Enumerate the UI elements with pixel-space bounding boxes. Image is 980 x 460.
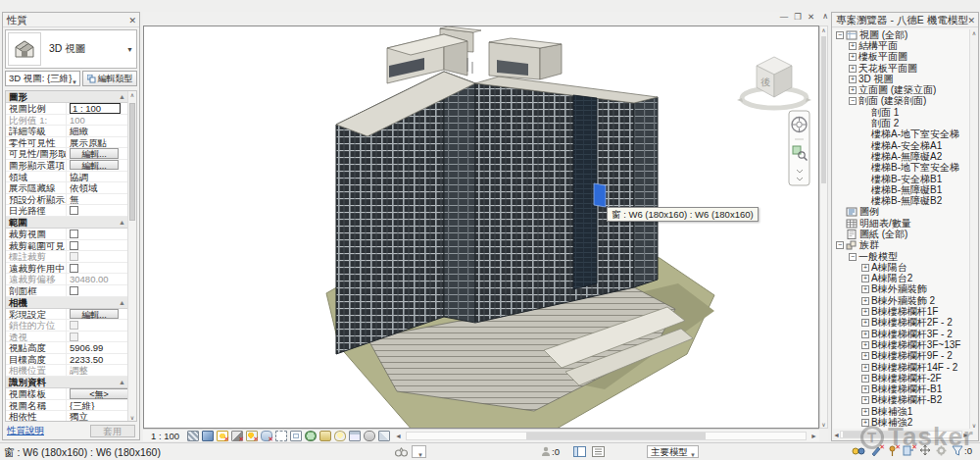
tree-item[interactable]: +B棟補強2 bbox=[833, 417, 969, 428]
checkbox[interactable] bbox=[70, 286, 78, 295]
collapse-icon[interactable]: − bbox=[849, 253, 857, 261]
property-value[interactable]: 5906.99 bbox=[67, 342, 136, 353]
checkbox[interactable] bbox=[70, 241, 78, 250]
edit-type-button[interactable]: 編輯類型 bbox=[82, 71, 137, 86]
scroll-right-icon[interactable]: ► bbox=[962, 432, 969, 438]
tree-item[interactable]: +天花板平面圖 bbox=[833, 63, 969, 74]
tree-item[interactable]: −剖面 (建築剖面) bbox=[833, 96, 969, 107]
property-value[interactable] bbox=[67, 251, 136, 262]
property-value[interactable] bbox=[67, 263, 136, 274]
selected-window[interactable] bbox=[594, 183, 606, 207]
expand-icon[interactable]: + bbox=[861, 419, 869, 427]
expand-icon[interactable]: + bbox=[861, 264, 869, 272]
section-header[interactable]: 圖形▲ bbox=[6, 91, 136, 103]
browser-toggle-icon[interactable] bbox=[592, 446, 605, 459]
drag-elements-icon[interactable] bbox=[919, 444, 931, 456]
displacement-icon[interactable] bbox=[378, 431, 390, 441]
property-value[interactable]: 依領域 bbox=[67, 182, 136, 193]
checkbox[interactable] bbox=[70, 230, 78, 238]
expand-icon[interactable]: + bbox=[861, 352, 869, 360]
property-value[interactable]: 調整 bbox=[67, 365, 136, 376]
editing-requests[interactable]: :0 bbox=[541, 446, 560, 457]
property-value[interactable]: 無 bbox=[67, 194, 136, 205]
reveal-hidden-icon[interactable] bbox=[334, 431, 346, 441]
shadows-icon[interactable]: ✕ bbox=[231, 431, 243, 441]
expand-icon[interactable]: + bbox=[849, 76, 857, 83]
edit-button[interactable]: 編輯... bbox=[70, 148, 119, 159]
expand-icon[interactable]: + bbox=[861, 385, 869, 393]
rendering-icon[interactable]: ✕ bbox=[261, 431, 272, 441]
properties-toggle-icon[interactable] bbox=[573, 446, 586, 459]
browser-horizontal-scrollbar[interactable]: ◄ ► bbox=[833, 430, 969, 439]
view-scale-button[interactable]: 1 : 100 bbox=[151, 431, 179, 441]
worksharing-display-icon[interactable] bbox=[852, 445, 865, 456]
property-value[interactable]: 協調 bbox=[67, 172, 136, 182]
property-value[interactable]: 1 : 100 bbox=[67, 103, 136, 114]
property-value[interactable]: 細緻 bbox=[67, 126, 136, 136]
view-minimize-icon[interactable]: — bbox=[780, 12, 789, 24]
property-value[interactable]: <無> bbox=[67, 388, 136, 399]
property-value[interactable] bbox=[67, 285, 136, 296]
property-value[interactable]: 100 bbox=[67, 115, 136, 126]
section-header[interactable]: 範圍▲ bbox=[6, 217, 136, 229]
expand-icon[interactable]: + bbox=[861, 408, 869, 416]
browser-vertical-scrollbar[interactable]: ∧∨ bbox=[969, 29, 978, 429]
expand-icon[interactable]: + bbox=[861, 375, 869, 383]
property-value[interactable] bbox=[67, 205, 136, 216]
checkbox[interactable] bbox=[70, 321, 78, 330]
expand-icon[interactable]: + bbox=[861, 285, 869, 293]
property-value[interactable]: 30480.00 bbox=[67, 274, 136, 284]
view-selector-combo[interactable]: 3D 視圖: {三維} ▼ bbox=[5, 71, 80, 86]
view-close-icon[interactable]: ✕ bbox=[808, 12, 814, 24]
tree-item[interactable]: 圖紙 (全部) bbox=[833, 229, 969, 239]
checkbox[interactable] bbox=[70, 332, 78, 341]
property-value[interactable]: 獨立 bbox=[67, 411, 136, 422]
detail-level-icon[interactable] bbox=[187, 431, 199, 441]
unlock-3d-icon[interactable] bbox=[319, 431, 331, 441]
binoculars-icon[interactable] bbox=[395, 446, 408, 459]
scroll-up-icon[interactable]: ∧ bbox=[822, 12, 828, 21]
temp-view-properties-icon[interactable] bbox=[349, 431, 361, 441]
expand-icon[interactable]: + bbox=[861, 364, 869, 372]
crop-view-icon[interactable] bbox=[275, 431, 287, 441]
tree-item[interactable]: −族群 bbox=[833, 240, 969, 251]
canvas-horizontal-scrollbar[interactable] bbox=[406, 432, 807, 440]
workset-combo[interactable]: ▼ bbox=[412, 445, 426, 458]
tree-item[interactable]: 樓梯B-無障礙B2 bbox=[833, 195, 969, 206]
edit-button[interactable]: <無> bbox=[70, 388, 128, 399]
expand-icon[interactable]: + bbox=[849, 65, 857, 73]
scroll-left-icon[interactable]: ◄ bbox=[833, 432, 840, 438]
properties-scrollbar[interactable]: ∧∨ bbox=[127, 91, 136, 421]
collapse-icon[interactable]: − bbox=[849, 97, 857, 105]
property-value[interactable]: 2233.50 bbox=[67, 354, 136, 365]
collapse-icon[interactable]: − bbox=[836, 241, 844, 249]
type-selector[interactable]: 3D 視圖 ▼ bbox=[5, 29, 137, 69]
expand-icon[interactable]: + bbox=[861, 297, 869, 305]
expand-icon[interactable]: + bbox=[849, 42, 857, 50]
background-process-icon[interactable] bbox=[936, 445, 947, 456]
pinned-elements-icon[interactable]: ✕ bbox=[887, 445, 898, 456]
property-value[interactable]: 展示原點 bbox=[67, 137, 136, 148]
close-icon[interactable]: ✕ bbox=[128, 14, 136, 28]
chevron-down-icon[interactable]: ▼ bbox=[126, 46, 133, 53]
edit-button[interactable]: 編輯... bbox=[70, 309, 119, 320]
expand-icon[interactable]: + bbox=[861, 331, 869, 338]
scroll-right-icon[interactable]: ► bbox=[808, 433, 819, 439]
property-value[interactable]: 編輯... bbox=[67, 309, 136, 320]
edit-button[interactable]: 編輯... bbox=[70, 160, 119, 171]
filter-icon[interactable]: :0 bbox=[952, 445, 972, 456]
checkbox[interactable] bbox=[70, 252, 78, 261]
3d-building-model[interactable]: 後 bbox=[144, 26, 819, 429]
expand-icon[interactable]: + bbox=[861, 319, 869, 327]
section-header[interactable]: 相機▲ bbox=[6, 297, 136, 309]
close-icon[interactable]: ✕ bbox=[967, 14, 975, 28]
property-value[interactable]: {三維} bbox=[67, 400, 136, 411]
expand-icon[interactable]: + bbox=[861, 275, 869, 282]
scroll-left-icon[interactable]: ◄ bbox=[393, 433, 404, 439]
navigation-bar[interactable] bbox=[789, 111, 809, 185]
property-value[interactable] bbox=[67, 229, 136, 239]
expand-icon[interactable]: + bbox=[849, 86, 857, 94]
apply-button[interactable]: 套用 bbox=[90, 425, 135, 437]
expand-icon[interactable]: + bbox=[849, 53, 857, 61]
checkbox[interactable] bbox=[70, 264, 78, 273]
